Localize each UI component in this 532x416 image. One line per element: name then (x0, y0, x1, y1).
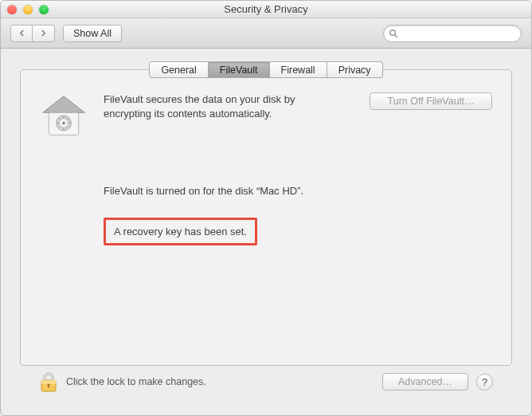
search-input[interactable] (383, 25, 522, 42)
lock-hint-text: Click the lock to make changes. (66, 376, 206, 387)
nav-segment (10, 25, 55, 42)
tab-general[interactable]: General (149, 61, 208, 78)
content-area: General FileVault Firewall Privacy (1, 49, 531, 415)
security-privacy-window: Security & Privacy Show All General (0, 0, 532, 416)
tab-privacy[interactable]: Privacy (327, 61, 383, 78)
svg-point-0 (390, 29, 396, 35)
tab-bar: General FileVault Firewall Privacy (21, 61, 511, 78)
bottom-bar: Click the lock to make changes. Advanced… (20, 366, 512, 404)
svg-line-1 (395, 34, 397, 37)
advanced-button[interactable]: Advanced… (382, 373, 468, 390)
recovery-key-highlight: A recovery key has been set. (104, 218, 257, 245)
filevault-description: FileVault secures the data on your disk … (104, 92, 319, 120)
lock-icon[interactable] (39, 371, 58, 393)
filevault-panel: General FileVault Firewall Privacy (20, 69, 512, 366)
search-field-wrapper (383, 25, 522, 42)
svg-rect-16 (41, 380, 56, 384)
svg-marker-2 (43, 96, 85, 113)
window-minimize-button[interactable] (23, 5, 33, 14)
window-zoom-button[interactable] (39, 5, 49, 14)
traffic-lights (7, 5, 49, 14)
back-button[interactable] (10, 25, 33, 42)
svg-point-14 (63, 122, 65, 124)
show-all-button[interactable]: Show All (63, 25, 122, 42)
turn-off-filevault-button[interactable]: Turn Off FileVault… (370, 92, 492, 110)
forward-button[interactable] (33, 25, 55, 42)
help-button[interactable]: ? (476, 374, 493, 390)
filevault-house-icon (40, 92, 88, 139)
toolbar: Show All (1, 18, 531, 49)
window-close-button[interactable] (7, 5, 17, 14)
status-block: FileVault is turned on for the disk “Mac… (104, 185, 492, 245)
title-bar: Security & Privacy (1, 1, 531, 18)
window-title: Security & Privacy (1, 3, 531, 15)
svg-rect-18 (48, 385, 49, 388)
tab-filevault[interactable]: FileVault (209, 61, 270, 78)
filevault-status-text: FileVault is turned on for the disk “Mac… (104, 185, 492, 197)
tab-firewall[interactable]: Firewall (270, 61, 327, 78)
search-icon (389, 29, 398, 38)
recovery-key-text: A recovery key has been set. (114, 226, 247, 237)
